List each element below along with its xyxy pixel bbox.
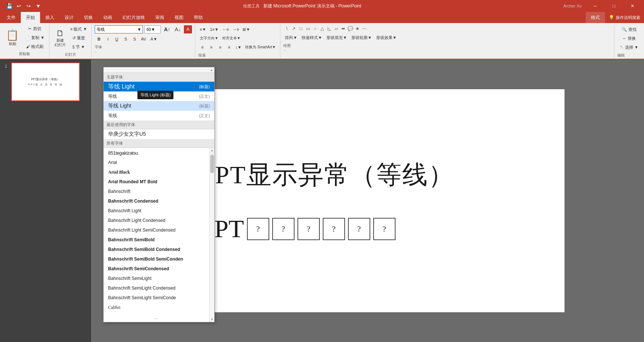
bold-button[interactable]: B xyxy=(95,35,103,43)
font-item-dengxian-light-title2[interactable]: 等线 Light (标题) xyxy=(104,101,214,111)
format-painter-button[interactable]: 🖌 格式刷 xyxy=(23,42,46,51)
tab-home[interactable]: 开始 xyxy=(21,12,40,23)
font-item-bahnschrift-light[interactable]: Bahnschrift Light xyxy=(104,206,209,216)
font-item-arial[interactable]: Arial xyxy=(104,158,209,167)
italic-button[interactable]: I xyxy=(104,35,112,43)
scroll-down-arrow[interactable]: ▼ xyxy=(209,317,214,322)
font-name-selector[interactable]: 等线 ▼ xyxy=(95,25,143,33)
shape-more[interactable]: ⋯ xyxy=(361,25,368,32)
line-spacing-button[interactable]: ↕▼ xyxy=(234,43,243,51)
font-size-selector[interactable]: 60 ▼ xyxy=(144,25,161,33)
columns-button[interactable]: ⊞▼ xyxy=(241,25,251,33)
bullets-button[interactable]: ≡▼ xyxy=(198,25,208,33)
slide-thumbnail-1[interactable]: PPT显示异常（等线） PPT显 示 异 常 等 线 xyxy=(11,62,80,101)
decrease-indent-button[interactable]: ←≡ xyxy=(221,25,230,33)
find-button[interactable]: 🔍 查找 xyxy=(617,25,641,33)
font-item-bahnschrift-sl-condensed[interactable]: Bahnschrift SemiLight Condensed xyxy=(104,283,209,293)
save-icon[interactable]: 💾 xyxy=(5,2,13,10)
font-item-huageng[interactable]: 华庚少女文字U5 xyxy=(104,129,214,139)
numbering-button[interactable]: 1≡▼ xyxy=(208,25,220,33)
copy-button[interactable]: 📄 复制 ▼ xyxy=(23,33,46,42)
font-item-bahnschrift-semilight[interactable]: Bahnschrift SemiLight xyxy=(104,274,209,283)
align-center-button[interactable]: ≡ xyxy=(207,43,215,51)
shape-triangle[interactable]: △ xyxy=(319,25,325,32)
font-item-bahnschrift-sl-semiconde[interactable]: Bahnschrift SemiLight SemiConde xyxy=(104,293,209,303)
tab-file[interactable]: 文件 xyxy=(1,12,21,23)
increase-font-button[interactable]: A↑ xyxy=(162,25,172,33)
underline-button[interactable]: U xyxy=(113,35,121,43)
select-button[interactable]: ↖ 选择 ▼ xyxy=(617,43,641,51)
customize-icon[interactable]: ▼ xyxy=(34,2,42,10)
tab-transitions[interactable]: 切换 xyxy=(79,12,98,23)
shape-circle[interactable]: ○ xyxy=(312,25,318,32)
shape-line[interactable]: \ xyxy=(283,25,290,32)
font-item-bahnschrift-condensed[interactable]: Bahnschrift Condensed xyxy=(104,196,209,206)
maximize-button[interactable]: □ xyxy=(605,0,622,12)
shape-callout[interactable]: 💬 xyxy=(347,25,354,32)
shape-rect[interactable]: □ xyxy=(297,25,304,32)
font-item-851tegakizatsu[interactable]: 851tegakizatsu xyxy=(104,148,209,158)
layout-button[interactable]: ≡ 版式 ▼ xyxy=(69,25,88,33)
font-item-bahnschrift-light-condensed[interactable]: Bahnschrift Light Condensed xyxy=(104,216,209,225)
convert-smartart-button[interactable]: 转换为 SmartArt▼ xyxy=(244,43,277,51)
tab-slideshow[interactable]: 幻灯片放映 xyxy=(117,12,150,23)
text-direction-button[interactable]: 文字方向▼ xyxy=(198,34,220,42)
font-item-bahnschrift-sb-semiconden[interactable]: Bahnschrift SemiBold SemiConden xyxy=(104,254,209,264)
font-item-bahnschrift-light-semi[interactable]: Bahnschrift Light SemiCondensed xyxy=(104,225,209,235)
paste-button[interactable]: 📋 粘贴 xyxy=(3,25,22,51)
shape-effects-button[interactable]: 形状效果▼ xyxy=(375,33,398,42)
shape-parallelogram[interactable]: ▱ xyxy=(333,25,339,32)
tab-animations[interactable]: 动画 xyxy=(98,12,117,23)
shape-rounded-rect[interactable]: ▭ xyxy=(305,25,311,32)
shape-star[interactable]: ★ xyxy=(354,25,361,32)
font-item-arial-black[interactable]: Arial Black xyxy=(104,167,209,177)
font-item-bahnschrift-semibold[interactable]: Bahnschrift SemiBold xyxy=(104,235,209,245)
font-item-calibri[interactable]: Calibri xyxy=(104,303,209,312)
spacing-button[interactable]: AV xyxy=(139,35,147,43)
minimize-button[interactable]: ─ xyxy=(587,0,604,12)
align-right-button[interactable]: ≡ xyxy=(216,43,224,51)
tab-review[interactable]: 审阅 xyxy=(150,12,169,23)
font-color-button[interactable]: A▼ xyxy=(148,35,159,43)
quick-styles-button[interactable]: 快速样式▼ xyxy=(300,33,323,42)
cut-button[interactable]: ✂ 剪切 xyxy=(23,25,46,33)
font-item-bahnschrift[interactable]: Bahnschrift xyxy=(104,187,209,196)
tab-help[interactable]: 帮助 xyxy=(189,12,208,23)
tab-design[interactable]: 设计 xyxy=(59,12,79,23)
font-list-scrollbar[interactable]: ▲ ▼ xyxy=(209,148,214,322)
shape-arrow2[interactable]: ➡ xyxy=(340,25,347,32)
shape-fill-button[interactable]: 形状填充▼ xyxy=(325,33,348,42)
shape-outline-button[interactable]: 形状轮廓▼ xyxy=(350,33,373,42)
tab-insert[interactable]: 插入 xyxy=(40,12,59,23)
increase-indent-button[interactable]: →≡ xyxy=(231,25,240,33)
tab-view[interactable]: 视图 xyxy=(169,12,189,23)
shape-arrow[interactable]: ↗ xyxy=(290,25,297,32)
font-dropdown-scroll-up[interactable]: ▲ xyxy=(209,67,214,72)
drawing-expand[interactable]: ⌄ xyxy=(283,48,611,52)
slide-canvas[interactable]: PPT显示异常（等线） PPT ? ? ? ? ? ? xyxy=(171,89,565,312)
justify-button[interactable]: ≡ xyxy=(225,43,233,51)
font-item-dengxian-light-title[interactable]: 等线 Light (标题) xyxy=(104,82,214,91)
font-item-arial-rounded[interactable]: Arial Rounded MT Bold xyxy=(104,177,209,187)
strikethrough-button[interactable]: S xyxy=(121,35,130,43)
shape-rtriangle[interactable]: ◺ xyxy=(326,25,332,32)
arrange-button[interactable]: 排列▼ xyxy=(283,33,299,42)
decrease-font-button[interactable]: A↓ xyxy=(173,25,182,33)
font-item-dengxian-body2[interactable]: 等线 (正文) xyxy=(104,111,214,120)
clipboard-expand[interactable]: ⌄ xyxy=(23,57,26,60)
new-slide-button[interactable]: 🗋 新建幻灯片 xyxy=(52,25,68,51)
font-item-bahnschrift-sb-condensed[interactable]: Bahnschrift SemiBold Condensed xyxy=(104,245,209,254)
align-text-button[interactable]: 对齐文本▼ xyxy=(221,34,242,42)
font-item-bahnschrift-semicondensed[interactable]: Bahnschrift SemiCondensed xyxy=(104,264,209,274)
shadow-button[interactable]: S xyxy=(130,35,139,43)
scroll-thumb[interactable] xyxy=(210,155,214,173)
font-expand[interactable]: ⌄ xyxy=(95,50,192,53)
clear-format-button[interactable]: A xyxy=(184,25,192,33)
reset-button[interactable]: ↺ 重置 xyxy=(69,34,88,42)
align-left-button[interactable]: ≡ xyxy=(198,43,206,51)
font-item-dengxian-body[interactable]: 等线 (正文) xyxy=(104,91,214,101)
redo-icon[interactable]: ↪ xyxy=(25,2,33,10)
section-button[interactable]: § 节 ▼ xyxy=(69,43,88,51)
replace-button[interactable]: ↔ 替换 xyxy=(617,34,641,42)
close-button[interactable]: ✕ xyxy=(624,0,641,12)
